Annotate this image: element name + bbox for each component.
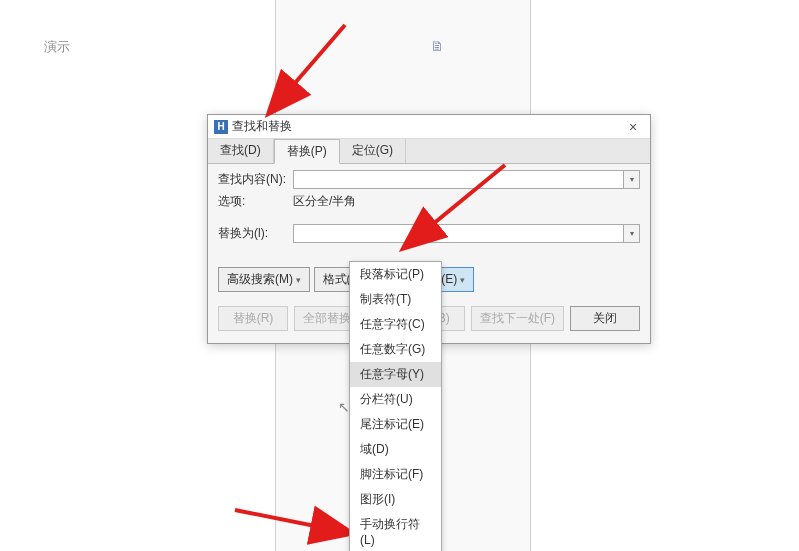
find-next-button: 查找下一处(F) [471, 306, 564, 331]
close-button[interactable]: 关闭 [570, 306, 640, 331]
replace-row: 替换为(l): ▾ [218, 224, 640, 243]
tab-bar: 查找(D) 替换(P) 定位(G) [208, 139, 650, 164]
dialog-title: H 查找和替换 [214, 118, 292, 135]
app-icon: H [214, 120, 228, 134]
menu-graphic[interactable]: 图形(I) [350, 487, 441, 512]
menu-field[interactable]: 域(D) [350, 437, 441, 462]
menu-any-char[interactable]: 任意字符(C) [350, 312, 441, 337]
find-input[interactable] [293, 170, 624, 189]
tab-goto[interactable]: 定位(G) [340, 139, 406, 163]
replace-label: 替换为(l): [218, 225, 293, 242]
options-label: 选项: [218, 193, 293, 210]
menu-column-break[interactable]: 分栏符(U) [350, 387, 441, 412]
options-row: 选项: 区分全/半角 [218, 193, 640, 210]
menu-manual-linebreak[interactable]: 手动换行符(L) [350, 512, 441, 551]
find-dropdown-arrow[interactable]: ▾ [624, 170, 640, 189]
find-label: 查找内容(N): [218, 171, 293, 188]
menu-footnote-mark[interactable]: 脚注标记(F) [350, 462, 441, 487]
advanced-search-button[interactable]: 高级搜索(M) [218, 267, 310, 292]
options-value: 区分全/半角 [293, 193, 356, 210]
menu-paragraph-mark[interactable]: 段落标记(P) [350, 262, 441, 287]
menu-endnote-mark[interactable]: 尾注标记(E) [350, 412, 441, 437]
replace-input[interactable] [293, 224, 624, 243]
close-icon[interactable]: × [622, 117, 644, 137]
menu-any-digit[interactable]: 任意数字(G) [350, 337, 441, 362]
dialog-titlebar: H 查找和替换 × [208, 115, 650, 139]
special-format-menu: 段落标记(P) 制表符(T) 任意字符(C) 任意数字(G) 任意字母(Y) 分… [349, 261, 442, 551]
menu-tab-char[interactable]: 制表符(T) [350, 287, 441, 312]
dialog-title-text: 查找和替换 [232, 118, 292, 135]
tab-replace[interactable]: 替换(P) [274, 139, 340, 164]
replace-button: 替换(R) [218, 306, 288, 331]
menu-any-letter[interactable]: 任意字母(Y) [350, 362, 441, 387]
bg-demo-text: 演示 [44, 38, 70, 56]
tab-find[interactable]: 查找(D) [208, 139, 274, 163]
replace-dropdown-arrow[interactable]: ▾ [624, 224, 640, 243]
find-row: 查找内容(N): ▾ [218, 170, 640, 189]
page-icon: 🗎 [430, 38, 444, 54]
